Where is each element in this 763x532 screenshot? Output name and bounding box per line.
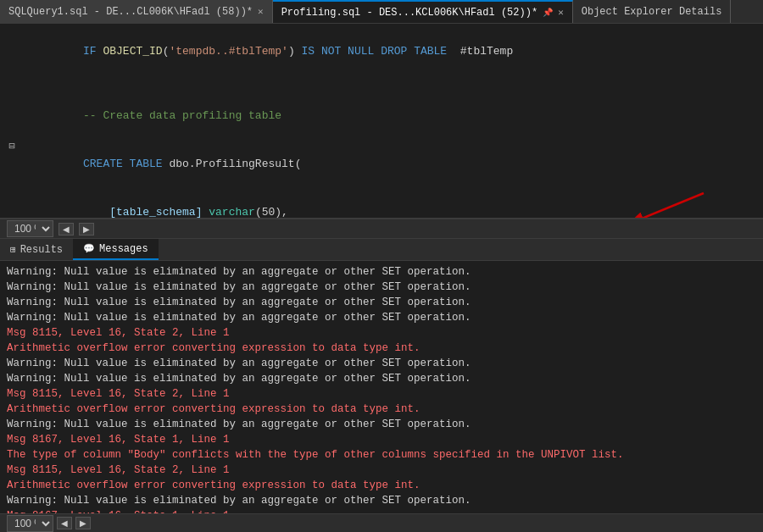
code-line-5: [table_schema] varchar(50), bbox=[0, 188, 763, 219]
grid-icon: ⊞ bbox=[10, 244, 16, 255]
msg-line-9: Msg 8115, Level 16, State 2, Line 1 bbox=[7, 386, 756, 402]
msg-line-8: Warning: Null value is eliminated by an … bbox=[7, 371, 756, 386]
status-bar-left: 100 % 75 % 125 % ◀ ▶ bbox=[7, 220, 756, 237]
tab-profiling[interactable]: Profiling.sql - DES...KCL006K\HFadl (52)… bbox=[273, 0, 573, 23]
bottom-status: 100 % 75 % 125 % ◀ ▶ bbox=[0, 513, 763, 532]
scroll-right-btn[interactable]: ▶ bbox=[79, 223, 94, 236]
editor-status-bar: 100 % 75 % 125 % ◀ ▶ bbox=[0, 219, 763, 239]
bottom-zoom: 100 % 75 % 125 % ◀ ▶ bbox=[7, 515, 91, 532]
msg-line-11: Warning: Null value is eliminated by an … bbox=[7, 417, 756, 432]
tab-object-explorer-label: Object Explorer Details bbox=[582, 6, 722, 18]
results-tab-results[interactable]: ⊞ Results bbox=[0, 239, 73, 260]
code-text-5: [table_schema] varchar(50), bbox=[17, 188, 756, 219]
tab-sqlquery1[interactable]: SQLQuery1.sql - DE...CL006K\HFadl (58))*… bbox=[0, 0, 273, 23]
bottom-scroll-left-btn[interactable]: ◀ bbox=[57, 517, 72, 529]
msg-line-14: Msg 8115, Level 16, State 2, Line 1 bbox=[7, 463, 756, 478]
main-layout: SQLQuery1.sql - DE...CL006K\HFadl (58))*… bbox=[0, 0, 763, 532]
scroll-left-btn[interactable]: ◀ bbox=[58, 223, 74, 236]
results-tab-messages[interactable]: 💬 Messages bbox=[73, 239, 159, 260]
messages-area[interactable]: Warning: Null value is eliminated by an … bbox=[0, 261, 763, 513]
code-text-4: CREATE TABLE dbo.ProfilingResult( bbox=[17, 140, 756, 188]
zoom-select[interactable]: 100 % 75 % 125 % bbox=[7, 220, 53, 237]
line-indicator-4[interactable]: ⊟ bbox=[7, 140, 17, 152]
code-line-4: ⊟ CREATE TABLE dbo.ProfilingResult( bbox=[0, 140, 763, 188]
editor-area: IF OBJECT_ID('tempdb..#tblTemp') IS NOT … bbox=[0, 24, 763, 219]
msg-line-5: Msg 8115, Level 16, State 2, Line 1 bbox=[7, 325, 756, 341]
tab-pin-icon: 📌 bbox=[543, 8, 553, 18]
results-panel: ⊞ Results 💬 Messages Warning: Null value… bbox=[0, 239, 763, 513]
tab-object-explorer[interactable]: Object Explorer Details bbox=[573, 0, 732, 23]
msg-line-10: Arithmetic overflow error converting exp… bbox=[7, 402, 756, 417]
tab-profiling-close[interactable]: ✕ bbox=[558, 7, 564, 18]
msg-line-4: Warning: Null value is eliminated by an … bbox=[7, 310, 756, 325]
msg-line-7: Warning: Null value is eliminated by an … bbox=[7, 356, 756, 371]
msg-line-15: Arithmetic overflow error converting exp… bbox=[7, 478, 756, 493]
tab-bar: SQLQuery1.sql - DE...CL006K\HFadl (58))*… bbox=[0, 0, 763, 24]
tab-profiling-label: Profiling.sql - DES...KCL006K\HFadl (52)… bbox=[281, 7, 537, 19]
results-tab-results-label: Results bbox=[20, 244, 63, 256]
tab-sqlquery1-close[interactable]: ✕ bbox=[258, 6, 264, 17]
msg-line-13: The type of column "Body" conflicts with… bbox=[7, 447, 756, 463]
msg-line-1: Warning: Null value is eliminated by an … bbox=[7, 264, 756, 280]
msg-line-2: Warning: Null value is eliminated by an … bbox=[7, 280, 756, 295]
results-tab-messages-label: Messages bbox=[99, 243, 148, 255]
results-tabs: ⊞ Results 💬 Messages bbox=[0, 239, 763, 261]
code-text-2 bbox=[17, 75, 756, 91]
editor-content[interactable]: IF OBJECT_ID('tempdb..#tblTemp') IS NOT … bbox=[0, 24, 763, 219]
msg-line-12: Msg 8167, Level 16, State 1, Line 1 bbox=[7, 432, 756, 447]
msg-line-3: Warning: Null value is eliminated by an … bbox=[7, 295, 756, 310]
code-text-1: IF OBJECT_ID('tempdb..#tblTemp') IS NOT … bbox=[17, 27, 756, 75]
msg-line-6: Arithmetic overflow error converting exp… bbox=[7, 341, 756, 356]
bottom-scroll-right-btn[interactable]: ▶ bbox=[75, 517, 91, 529]
code-line-2 bbox=[0, 75, 763, 91]
tab-sqlquery1-label: SQLQuery1.sql - DE...CL006K\HFadl (58))* bbox=[8, 6, 253, 18]
code-text-3: -- Create data profiling table bbox=[17, 91, 756, 140]
code-line-3: -- Create data profiling table bbox=[0, 91, 763, 140]
bottom-zoom-select[interactable]: 100 % 75 % 125 % bbox=[7, 515, 53, 532]
code-line-1: IF OBJECT_ID('tempdb..#tblTemp') IS NOT … bbox=[0, 27, 763, 75]
msg-line-16: Warning: Null value is eliminated by an … bbox=[7, 493, 756, 508]
messages-icon: 💬 bbox=[83, 243, 95, 254]
